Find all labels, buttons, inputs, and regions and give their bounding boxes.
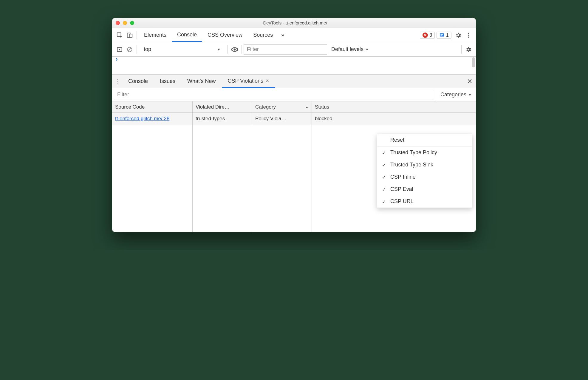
close-window-button[interactable] [116,21,120,25]
scrollbar-thumb[interactable] [472,57,475,67]
prompt-caret-icon: › [116,55,118,62]
cell-category: Policy Viola… [252,113,312,125]
popup-reset[interactable]: Reset [377,134,472,146]
svg-point-6 [468,33,469,34]
sidebar-toggle-icon[interactable] [114,44,125,55]
divider [242,45,242,54]
close-drawer-icon[interactable]: ✕ [467,78,472,85]
errors-badge[interactable]: ✕ 3 [420,32,435,39]
svg-rect-2 [130,34,132,38]
log-levels-selector[interactable]: Default levels ▼ [331,46,369,52]
cell-status: blocked [312,113,476,125]
svg-point-7 [468,35,469,36]
close-tab-icon[interactable]: ✕ [266,78,269,83]
zoom-window-button[interactable] [130,21,134,25]
categories-popup: Reset ✓ Trusted Type Policy ✓ Trusted Ty… [377,134,472,208]
chevron-down-icon: ▼ [365,47,369,52]
tab-label: CSP Violations [228,78,263,84]
errors-count: 3 [429,33,432,38]
check-icon: ✓ [382,187,386,192]
drawer-tab-console[interactable]: Console [122,75,154,88]
titlebar: DevTools - tt-enforced.glitch.me/ [112,18,476,28]
clear-console-icon[interactable] [125,44,135,55]
drawer-tab-issues[interactable]: Issues [154,75,181,88]
traffic-lights [116,21,134,25]
chevron-down-icon: ▼ [217,47,221,52]
check-icon: ✓ [382,150,386,156]
drawer-tabstrip: ⋮ Console Issues What's New CSP Violatio… [112,75,476,88]
popup-option-csp-inline[interactable]: ✓ CSP Inline [377,171,472,183]
svg-rect-5 [441,35,442,36]
csp-filter-bar: Categories ▼ [112,88,476,101]
console-toolbar: top ▼ Default levels ▼ [112,42,476,57]
popup-option-trusted-type-sink[interactable]: ✓ Trusted Type Sink [377,159,472,171]
divider [137,31,137,39]
drawer-tab-whats-new[interactable]: What's New [181,75,222,88]
table-row[interactable]: tt-enforced.glitch.me/:28 trusted-types … [112,113,476,125]
console-output: › [112,57,476,75]
more-tabs-button[interactable]: » [278,28,287,42]
issue-icon [439,33,445,38]
console-filter-input[interactable] [244,44,327,55]
csp-filter-input[interactable] [114,90,434,100]
issues-badge[interactable]: 1 [437,32,451,39]
check-icon: ✓ [382,162,386,168]
tab-elements[interactable]: Elements [139,28,172,42]
popup-option-trusted-type-policy[interactable]: ✓ Trusted Type Policy [377,146,472,159]
device-toolbar-icon[interactable] [125,30,135,40]
svg-point-8 [468,36,469,38]
divider [461,45,462,54]
issues-count: 1 [446,33,449,38]
minimize-window-button[interactable] [123,21,127,25]
error-icon: ✕ [423,33,428,38]
sort-asc-icon: ▲ [305,105,309,109]
csp-table-header: Source Code Violated Dire… Category▲ Sta… [112,101,476,113]
svg-point-13 [234,48,236,50]
col-category[interactable]: Category▲ [252,101,312,112]
drawer-kebab-menu-icon[interactable]: ⋮ [112,78,122,85]
svg-rect-3 [440,33,444,37]
window-title: DevTools - tt-enforced.glitch.me/ [134,20,456,25]
col-status[interactable]: Status [312,101,476,112]
divider [137,45,137,54]
tab-sources[interactable]: Sources [248,28,278,42]
kebab-menu-icon[interactable] [463,30,474,40]
col-source[interactable]: Source Code [112,101,193,112]
context-selector[interactable]: top ▼ [140,44,224,55]
svg-line-11 [128,48,131,51]
categories-dropdown[interactable]: Categories ▼ [436,88,476,101]
check-icon: ✓ [382,174,386,180]
live-expression-icon[interactable] [230,44,240,55]
settings-icon[interactable] [453,30,463,40]
main-tabstrip: Elements Console CSS Overview Sources » … [112,28,476,42]
col-directive[interactable]: Violated Dire… [193,101,252,112]
check-icon: ✓ [382,199,386,205]
log-levels-label: Default levels [331,46,363,52]
drawer-tab-csp-violations[interactable]: CSP Violations ✕ [222,75,275,88]
source-link[interactable]: tt-enforced.glitch.me/:28 [115,116,169,122]
context-value: top [144,46,151,52]
cell-directive: trusted-types [193,113,252,125]
inspect-element-icon[interactable] [114,30,125,40]
console-settings-icon[interactable] [463,44,474,55]
divider [228,45,228,54]
devtools-window: DevTools - tt-enforced.glitch.me/ Elemen… [112,18,476,232]
categories-label: Categories [440,92,466,98]
popup-option-csp-eval[interactable]: ✓ CSP Eval [377,183,472,195]
chevron-down-icon: ▼ [468,93,472,97]
tab-css-overview[interactable]: CSS Overview [202,28,248,42]
svg-rect-4 [441,34,443,35]
tab-console[interactable]: Console [172,28,202,42]
popup-option-csp-url[interactable]: ✓ CSP URL [377,195,472,208]
